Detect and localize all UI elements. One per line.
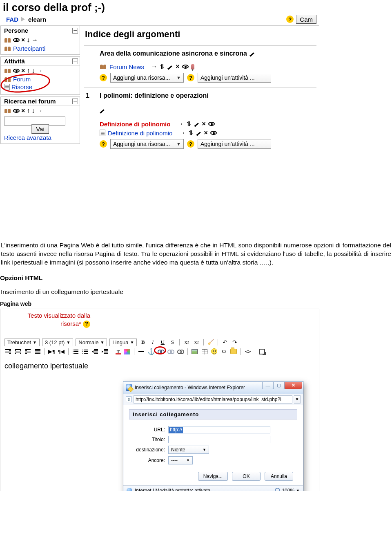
move-right-icon[interactable]: → <box>31 36 38 44</box>
unlink-icon[interactable] <box>167 348 174 355</box>
delete-icon[interactable]: × <box>21 36 25 44</box>
minimize-button[interactable]: — <box>262 382 274 389</box>
editor-content-area[interactable]: collegamento ipertestuale <box>4 362 315 370</box>
help-icon[interactable]: ? <box>187 140 194 148</box>
anchor-icon[interactable]: ⚓ <box>147 348 155 355</box>
eye-icon[interactable] <box>13 38 20 42</box>
zoom-caret-icon[interactable]: ▼ <box>296 489 300 491</box>
resources-link[interactable]: Risorse <box>11 83 32 90</box>
role-icon[interactable] <box>4 68 11 74</box>
font-family-select[interactable]: Trebuchet▼ <box>4 339 40 346</box>
pin-icon[interactable] <box>191 64 194 70</box>
help-icon[interactable]: ? <box>83 321 90 328</box>
eye-icon[interactable] <box>208 122 215 126</box>
align-left-icon[interactable] <box>4 348 12 355</box>
cancel-button[interactable]: Annulla <box>265 472 293 481</box>
hr-icon[interactable] <box>138 348 145 355</box>
move-right-icon[interactable]: → <box>177 120 184 128</box>
language-select[interactable]: Lingua▼ <box>109 339 137 346</box>
edit-pencil-icon[interactable] <box>100 108 105 113</box>
undo-icon[interactable]: ↶ <box>221 339 229 346</box>
delete-icon[interactable]: × <box>202 120 206 128</box>
underline-icon[interactable]: U <box>159 339 166 346</box>
add-activity-select[interactable]: Aggiungi un'attività ... <box>198 139 271 149</box>
insert-link-icon[interactable] <box>157 348 165 355</box>
find-replace-icon[interactable] <box>230 348 237 355</box>
zoom-icon[interactable] <box>275 488 280 491</box>
align-right-icon[interactable] <box>24 348 31 355</box>
address-dropdown-icon[interactable]: ▼ <box>294 395 301 404</box>
eye-icon[interactable] <box>13 109 20 113</box>
move-down-icon[interactable]: ↓ <box>27 36 30 44</box>
outdent-icon[interactable] <box>91 348 99 355</box>
edit-pencil-icon[interactable] <box>167 64 173 70</box>
move-right-icon[interactable]: → <box>36 107 43 114</box>
emoticon-icon[interactable] <box>211 348 218 355</box>
insert-table-icon[interactable] <box>201 348 208 355</box>
fullscreen-icon[interactable] <box>258 348 266 355</box>
align-center-icon[interactable] <box>14 348 22 355</box>
address-bar[interactable]: http://lnx.itcbitonto.it/corso/lib/edito… <box>134 395 292 404</box>
edit-pencil-icon[interactable] <box>194 121 200 127</box>
advanced-search-link[interactable]: Ricerca avanzata <box>4 134 51 141</box>
role-icon[interactable] <box>4 108 11 114</box>
font-size-select[interactable]: 3 (12 pt)▼ <box>42 339 73 346</box>
text-color-icon[interactable]: T <box>116 349 121 354</box>
ok-button[interactable]: OK <box>232 472 261 481</box>
add-resource-select[interactable]: Aggiungi una risorsa... ▼ <box>110 73 184 83</box>
insert-image-icon[interactable] <box>191 348 198 355</box>
move-down-icon[interactable]: ↓ <box>31 67 35 74</box>
bold-icon[interactable]: B <box>139 339 147 346</box>
forum-link[interactable]: Forum <box>13 76 31 83</box>
move-icon[interactable]: ⥮ <box>186 120 192 128</box>
subscript-icon[interactable]: x2 <box>183 339 190 346</box>
move-right-icon[interactable]: → <box>179 129 186 137</box>
collapse-icon[interactable]: − <box>72 99 78 104</box>
breadcrumb-root[interactable]: FAD <box>6 16 18 23</box>
strikethrough-icon[interactable]: S <box>169 339 176 346</box>
edit-pencil-icon[interactable] <box>249 51 255 56</box>
target-select[interactable]: Niente▼ <box>168 446 209 454</box>
move-right-icon[interactable]: → <box>36 67 43 74</box>
ordered-list-icon[interactable] <box>72 348 79 355</box>
rtl-icon[interactable]: ¶◀ <box>58 348 65 355</box>
search-go-button[interactable]: Vai <box>31 124 49 134</box>
forum-news-link[interactable]: Forum News <box>109 63 144 70</box>
special-char-icon[interactable]: Ω <box>220 348 228 355</box>
url-input[interactable]: http:// <box>168 426 270 433</box>
move-up-icon[interactable]: ↑ <box>27 67 30 74</box>
help-icon[interactable]: ? <box>100 74 107 81</box>
edit-pencil-icon[interactable] <box>196 130 202 136</box>
edit-mode-button-partial[interactable]: Cam <box>296 15 316 24</box>
browse-button[interactable]: Naviga... <box>198 472 228 481</box>
close-button[interactable]: ✕ <box>284 382 302 389</box>
anchor-select[interactable]: ----▼ <box>168 456 193 464</box>
bg-color-icon[interactable] <box>123 348 131 355</box>
move-up-icon[interactable]: ↑ <box>27 107 30 114</box>
html-source-icon[interactable]: <> <box>244 348 252 355</box>
eye-icon[interactable] <box>210 131 217 135</box>
collapse-icon[interactable]: − <box>72 58 78 64</box>
move-right-icon[interactable]: → <box>151 63 157 70</box>
definizione-draft-link[interactable]: Definizione di polinomio <box>100 121 170 128</box>
title-input[interactable] <box>168 436 270 443</box>
move-icon[interactable]: ⥮ <box>188 129 194 137</box>
collapse-icon[interactable]: − <box>72 28 78 34</box>
redo-icon[interactable]: ↷ <box>231 339 238 346</box>
indent-icon[interactable] <box>101 348 109 355</box>
unordered-list-icon[interactable] <box>82 348 89 355</box>
align-justify-icon[interactable] <box>34 348 41 355</box>
move-down-icon[interactable]: ↓ <box>31 107 35 114</box>
role-icon[interactable] <box>4 37 11 43</box>
eye-icon[interactable] <box>13 69 20 73</box>
italic-icon[interactable]: I <box>149 339 156 346</box>
definizione-link[interactable]: Definizione di polinomio <box>108 130 172 137</box>
ltr-icon[interactable]: ▶¶ <box>48 348 55 355</box>
participants-link[interactable]: Partecipanti <box>13 45 45 52</box>
help-icon[interactable]: ? <box>187 74 194 81</box>
superscript-icon[interactable]: x2 <box>193 339 200 346</box>
add-resource-select[interactable]: Aggiungi una risorsa... ▼ <box>110 139 184 149</box>
delete-icon[interactable]: × <box>176 63 179 70</box>
delete-icon[interactable]: × <box>21 107 25 114</box>
delete-icon[interactable]: × <box>21 67 25 74</box>
